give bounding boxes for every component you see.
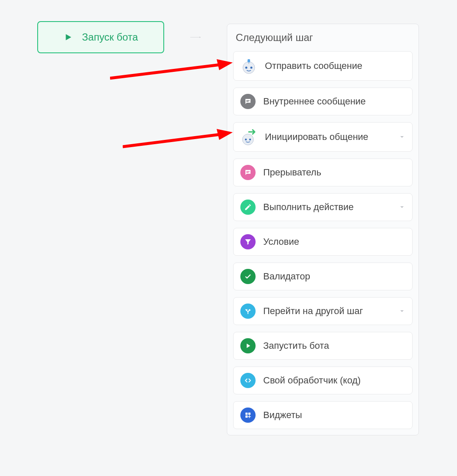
option-label: Выполнить действие (263, 202, 354, 213)
option-goto-step[interactable]: Перейти на другой шаг (233, 297, 413, 325)
robot-arrow-icon (240, 129, 257, 145)
option-label: Перейти на другой шаг (263, 306, 363, 317)
svg-rect-5 (248, 62, 249, 64)
annotation-arrow-2-icon (123, 129, 233, 150)
play-icon (63, 33, 73, 42)
start-bot-node[interactable]: Запуск бота (37, 21, 164, 53)
option-label: Инициировать общение (265, 131, 368, 142)
svg-rect-12 (246, 172, 248, 173)
option-interrupter[interactable]: Прерыватель (233, 159, 413, 186)
svg-point-8 (242, 134, 253, 145)
option-widgets[interactable]: Виджеты (233, 401, 413, 429)
svg-line-16 (110, 65, 220, 78)
robot-icon (240, 57, 257, 74)
chevron-down-icon (399, 204, 405, 211)
svg-line-18 (123, 134, 220, 147)
code-icon (240, 373, 256, 388)
option-run-bot[interactable]: Запустить бота (233, 332, 413, 360)
option-label: Отправить сообщение (265, 60, 362, 71)
branch-icon (240, 304, 256, 319)
option-initiate-communication[interactable]: Инициировать общение (233, 122, 413, 152)
funnel-icon (240, 234, 256, 249)
annotation-arrow-1-icon (110, 59, 233, 80)
option-label: Запустить бота (263, 340, 329, 351)
option-custom-handler[interactable]: Свой обработчик (код) (233, 367, 413, 394)
play-icon (240, 338, 256, 353)
connector-arrow-icon (164, 37, 227, 38)
start-bot-label: Запуск бота (82, 31, 138, 43)
svg-rect-7 (246, 101, 248, 102)
pencil-icon (240, 200, 256, 215)
option-do-action[interactable]: Выполнить действие (233, 193, 413, 221)
chevron-down-icon (399, 134, 405, 140)
option-label: Внутреннее сообщение (263, 96, 366, 107)
option-condition[interactable]: Условие (233, 228, 413, 256)
option-label: Прерыватель (263, 167, 321, 178)
chat-icon (240, 94, 256, 109)
svg-rect-6 (246, 100, 250, 101)
svg-point-10 (249, 139, 251, 140)
svg-rect-15 (245, 416, 248, 418)
next-step-panel: Следующий шаг Отправить сообщение Внутре (227, 24, 419, 435)
svg-point-9 (245, 139, 247, 140)
option-label: Виджеты (263, 410, 302, 421)
svg-rect-13 (245, 413, 248, 415)
widgets-icon (240, 408, 256, 423)
svg-rect-11 (246, 171, 250, 172)
svg-point-2 (245, 67, 248, 69)
option-label: Условие (263, 236, 299, 247)
option-validator[interactable]: Валидатор (233, 263, 413, 290)
option-internal-message[interactable]: Внутреннее сообщение (233, 88, 413, 115)
chat-icon (240, 165, 256, 180)
check-icon (240, 269, 256, 284)
option-label: Валидатор (263, 271, 310, 282)
svg-rect-14 (248, 413, 251, 415)
chevron-down-icon (399, 308, 405, 315)
svg-point-3 (251, 67, 253, 69)
option-send-message[interactable]: Отправить сообщение (233, 51, 413, 81)
option-label: Свой обработчик (код) (263, 375, 361, 386)
panel-title: Следующий шаг (236, 32, 410, 44)
svg-rect-4 (248, 59, 250, 63)
